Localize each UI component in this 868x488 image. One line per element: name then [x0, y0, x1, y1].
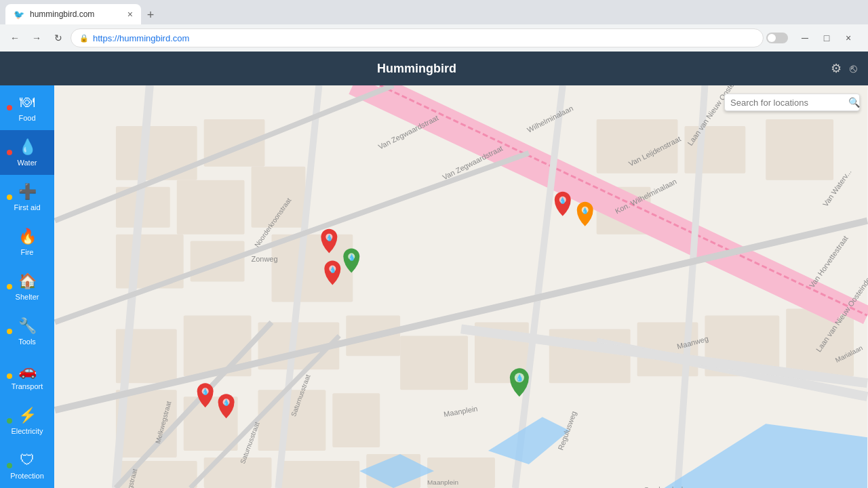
transport-dot	[7, 373, 12, 379]
water-label: Water	[18, 159, 37, 167]
svg-text:💧: 💧	[515, 373, 524, 382]
water-icon: 💧	[18, 138, 37, 156]
tools-dot	[7, 329, 12, 334]
browser-chrome: 🐦 hummingbird.com × + ← → ↻ 🔒 https://hu…	[0, 0, 868, 52]
app-container: Hummingbird ⚙ ⎋ 🍽 Food 💧 Water ➕ First a…	[0, 52, 868, 488]
svg-text:💧: 💧	[581, 207, 589, 215]
settings-icon[interactable]: ⚙	[831, 61, 842, 76]
sidebar-item-fire[interactable]: 🔥 Fire	[0, 220, 54, 264]
fire-icon: 🔥	[18, 228, 37, 245]
sidebar-item-protection[interactable]: 🛡 Protection	[0, 443, 54, 488]
tools-icon: 🔧	[18, 317, 37, 335]
svg-rect-21	[400, 336, 468, 390]
search-icon[interactable]: 🔍	[848, 97, 860, 108]
svg-rect-8	[191, 241, 245, 282]
shelter-icon: 🏠	[18, 272, 37, 290]
svg-text:Zonweg: Zonweg	[252, 255, 278, 263]
chrome-close[interactable]: ×	[840, 29, 857, 47]
svg-text:💧: 💧	[329, 266, 337, 274]
sidebar: 🍽 Food 💧 Water ➕ First aid 🔥 Fire 🏠 Shel…	[0, 85, 54, 488]
svg-text:💧: 💧	[201, 388, 210, 396]
first-aid-icon: ➕	[18, 183, 37, 201]
svg-text:💧: 💧	[326, 234, 334, 242]
protection-icon: 🛡	[20, 451, 35, 469]
svg-text:Maanplein: Maanplein	[427, 479, 458, 486]
svg-text:Overburgkade: Overburgkade	[644, 485, 688, 488]
sidebar-item-transport[interactable]: 🚗 Transport	[0, 354, 54, 399]
electricity-dot	[7, 418, 12, 424]
dark-mode-toggle[interactable]	[766, 33, 788, 43]
nav-bar: ← → ↻ 🔒 https://hummingbird.com ─ □ ×	[0, 24, 868, 52]
transport-label: Transport	[12, 382, 43, 390]
sidebar-item-first-aid[interactable]: ➕ First aid	[0, 175, 54, 220]
shelter-dot	[7, 284, 12, 289]
food-dot	[7, 105, 12, 110]
sidebar-item-water[interactable]: 💧 Water	[0, 130, 54, 175]
reload-button[interactable]: ↻	[49, 28, 68, 47]
active-tab[interactable]: 🐦 hummingbird.com ×	[5, 4, 141, 24]
sidebar-item-food[interactable]: 🍽 Food	[0, 85, 54, 130]
svg-rect-4	[177, 180, 245, 235]
tools-label: Tools	[18, 338, 36, 346]
svg-rect-23	[549, 329, 631, 383]
new-tab-button[interactable]: +	[141, 5, 160, 24]
chrome-minimize[interactable]: ─	[796, 29, 814, 47]
top-bar: Hummingbird ⚙ ⎋	[0, 52, 868, 85]
search-input[interactable]	[730, 98, 844, 108]
transport-icon: 🚗	[18, 362, 37, 380]
protection-dot	[7, 463, 12, 468]
map-background: Van Zegwaardstraat Wilhelminalaan Van Le…	[54, 85, 868, 488]
svg-text:💧: 💧	[222, 399, 231, 407]
map-area[interactable]: 🔍	[54, 85, 868, 488]
food-icon: 🍽	[20, 94, 35, 111]
first-aid-label: First aid	[14, 203, 40, 211]
logout-icon[interactable]: ⎋	[850, 62, 857, 76]
shelter-label: Shelter	[16, 293, 39, 301]
sidebar-item-tools[interactable]: 🔧 Tools	[0, 309, 54, 354]
protection-label: Protection	[10, 472, 44, 480]
sidebar-item-electricity[interactable]: ⚡ Electricity	[0, 399, 54, 443]
svg-text:💧: 💧	[559, 197, 567, 205]
address-text: https://hummingbird.com	[93, 33, 189, 43]
chrome-maximize[interactable]: □	[818, 29, 835, 47]
ssl-lock-icon: 🔒	[79, 34, 89, 43]
svg-rect-19	[766, 119, 833, 180]
tab-close-button[interactable]: ×	[127, 9, 133, 20]
tab-bar: 🐦 hummingbird.com × +	[0, 0, 868, 24]
food-label: Food	[18, 114, 35, 122]
svg-rect-16	[332, 393, 380, 447]
address-bar[interactable]: 🔒 https://hummingbird.com	[71, 28, 764, 47]
sidebar-item-shelter[interactable]: 🏠 Shelter	[0, 264, 54, 309]
tab-title: hummingbird.com	[30, 9, 122, 19]
fire-label: Fire	[21, 248, 34, 256]
back-button[interactable]: ←	[5, 28, 24, 47]
search-bar: 🔍	[724, 94, 860, 111]
forward-button[interactable]: →	[27, 28, 46, 47]
main-content: 🍽 Food 💧 Water ➕ First aid 🔥 Fire 🏠 Shel…	[0, 85, 868, 488]
electricity-icon: ⚡	[18, 407, 37, 424]
electricity-label: Electricity	[11, 427, 43, 435]
water-dot	[7, 150, 12, 155]
svg-rect-15	[258, 390, 326, 451]
app-title: Hummingbird	[377, 62, 456, 76]
first-aid-dot	[7, 195, 12, 200]
svg-text:💧: 💧	[348, 253, 356, 262]
tab-favicon: 🐦	[14, 9, 24, 20]
svg-rect-1	[116, 126, 197, 180]
svg-rect-29	[278, 461, 359, 488]
